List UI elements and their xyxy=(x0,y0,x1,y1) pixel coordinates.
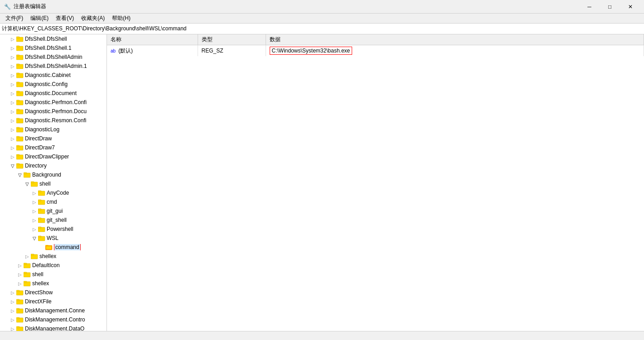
right-pane: 名称 类型 数据 ab (默认) xyxy=(107,34,644,331)
expand-icon-directshow[interactable]: ▷ xyxy=(9,289,16,296)
menu-file[interactable]: 文件(F) xyxy=(2,14,27,23)
tree-item-directdraw[interactable]: ▷ DirectDraw xyxy=(0,134,107,143)
expand-icon-powershell[interactable]: ▷ xyxy=(31,225,38,233)
folder-icon-anycode xyxy=(38,190,45,196)
tree-item-git-gui[interactable]: ▷ git_gui xyxy=(0,206,107,215)
tree-item-directdraw7[interactable]: ▷ DirectDraw7 xyxy=(0,143,107,152)
tree-item-directdrawclipper[interactable]: ▷ DirectDrawClipper xyxy=(0,152,107,161)
expand-icon-directxfile[interactable]: ▷ xyxy=(9,298,16,305)
tree-item-dfsshell[interactable]: ▷ DfsShell.DfsShell xyxy=(0,34,107,43)
tree-item-shell[interactable]: ▽ shell xyxy=(0,179,107,188)
col-header-name[interactable]: 名称 xyxy=(107,34,198,45)
svg-rect-13 xyxy=(16,91,19,92)
col-header-data[interactable]: 数据 xyxy=(266,34,644,45)
tree-item-diag-doc[interactable]: ▷ Diagnostic.Document xyxy=(0,89,107,98)
status-bar xyxy=(0,331,644,340)
expand-icon-shell[interactable]: ▽ xyxy=(24,180,31,187)
expand-icon-dfsshell[interactable]: ▷ xyxy=(9,35,16,43)
tree-label-anycode: AnyCode xyxy=(47,190,69,196)
expand-icon-wsl[interactable]: ▽ xyxy=(31,235,38,242)
tree-scroll[interactable]: ▷ DfsShell.DfsShell ▷ DfsShell.DfsShell.… xyxy=(0,34,107,331)
expand-icon-disk-conn[interactable]: ▷ xyxy=(9,307,16,314)
svg-rect-7 xyxy=(16,64,19,65)
tree-label-dfsshell-admin1: DfsShell.DfsShellAdmin.1 xyxy=(25,63,87,69)
tree-label-dfsshell: DfsShell.DfsShell xyxy=(25,36,67,42)
table-row[interactable]: ab (默认) REG_SZ C:\Windows\System32\bash.… xyxy=(107,45,644,57)
tree-label-diag-cabinet: Diagnostic.Cabinet xyxy=(25,72,71,78)
expand-icon-shellex-bg[interactable]: ▷ xyxy=(24,253,31,260)
expand-icon-dfsshell1[interactable]: ▷ xyxy=(9,44,16,52)
expand-icon-background[interactable]: ▽ xyxy=(16,171,24,178)
tree-item-diag-config[interactable]: ▷ Diagnostic.Config xyxy=(0,80,107,89)
expand-icon-diag-config[interactable]: ▷ xyxy=(9,81,16,88)
tree-item-powershell[interactable]: ▷ Powershell xyxy=(0,225,107,234)
maximize-button[interactable]: □ xyxy=(600,0,620,14)
tree-item-command[interactable]: command xyxy=(0,243,107,252)
close-button[interactable]: ✕ xyxy=(620,0,640,14)
folder-icon-command xyxy=(45,244,53,250)
expand-icon-shell2[interactable]: ▷ xyxy=(16,271,24,278)
expand-icon-disk-ctrl[interactable]: ▷ xyxy=(9,316,16,323)
tree-item-directxfile[interactable]: ▷ DirectXFile xyxy=(0,297,107,306)
menu-view[interactable]: 查看(V) xyxy=(52,14,77,23)
tree-item-shellex2[interactable]: ▷ shellex xyxy=(0,279,107,288)
tree-item-git-shell[interactable]: ▷ git_shell xyxy=(0,215,107,225)
tree-item-disk-ctrl[interactable]: ▷ DiskManagement.Contro xyxy=(0,315,107,324)
expand-icon-diag-perf[interactable]: ▷ xyxy=(9,99,16,106)
col-header-type[interactable]: 类型 xyxy=(198,34,266,45)
expand-icon-git-shell[interactable]: ▷ xyxy=(31,216,38,224)
tree-label-dfsshell1: DfsShell.DfsShell.1 xyxy=(25,45,72,51)
menu-favorites[interactable]: 收藏夹(A) xyxy=(77,14,108,23)
expand-icon-directdrawclipper[interactable]: ▷ xyxy=(9,153,16,160)
expand-icon-diag-res[interactable]: ▷ xyxy=(9,117,16,124)
folder-icon-directshow xyxy=(16,289,24,296)
tree-item-background[interactable]: ▽ Background xyxy=(0,170,107,179)
folder-icon-shellex2 xyxy=(24,280,31,287)
expand-icon-anycode[interactable]: ▷ xyxy=(31,189,38,196)
tree-item-diag-cabinet[interactable]: ▷ Diagnostic.Cabinet xyxy=(0,71,107,80)
tree-item-shell2[interactable]: ▷ shell xyxy=(0,270,107,279)
expand-icon-diag-doc[interactable]: ▷ xyxy=(9,90,16,97)
tree-item-disk-data[interactable]: ▷ DiskManagement.DataO xyxy=(0,324,107,331)
tree-item-anycode[interactable]: ▷ AnyCode xyxy=(0,188,107,197)
expand-icon-diag-perfd[interactable]: ▷ xyxy=(9,108,16,115)
tree-item-diag-perf[interactable]: ▷ Diagnostic.Perfmon.Confi xyxy=(0,98,107,107)
expand-icon-diag-log[interactable]: ▷ xyxy=(9,126,16,133)
tree-item-directshow[interactable]: ▷ DirectShow xyxy=(0,288,107,297)
expand-icon-defaulticon[interactable]: ▷ xyxy=(16,262,24,269)
tree-item-dfsshell1[interactable]: ▷ DfsShell.DfsShell.1 xyxy=(0,43,107,53)
expand-icon-directdraw[interactable]: ▷ xyxy=(9,135,16,142)
svg-rect-66 xyxy=(16,326,19,328)
expand-icon-directdraw7[interactable]: ▷ xyxy=(9,144,16,151)
tree-item-defaulticon[interactable]: ▷ DefaultIcon xyxy=(0,261,107,270)
tree-item-diag-perfd[interactable]: ▷ Diagnostic.Perfmon.Docu xyxy=(0,107,107,116)
expand-icon-disk-data[interactable]: ▷ xyxy=(9,325,16,331)
tree-item-cmd[interactable]: ▷ cmd xyxy=(0,197,107,206)
tree-item-directory[interactable]: ▽ Directory xyxy=(0,161,107,170)
title-bar-left: 🔧 注册表编辑器 xyxy=(4,3,46,10)
expand-icon-dfsshell-admin[interactable]: ▷ xyxy=(9,53,16,61)
expand-icon-directory[interactable]: ▽ xyxy=(9,162,16,169)
folder-icon-directdraw xyxy=(16,135,24,142)
tree-item-wsl[interactable]: ▽ WSL xyxy=(0,234,107,243)
svg-rect-5 xyxy=(16,55,19,56)
expand-icon-diag-cabinet[interactable]: ▷ xyxy=(9,72,16,79)
svg-rect-41 xyxy=(38,218,41,219)
expand-icon-dfsshell-admin1[interactable]: ▷ xyxy=(9,62,16,70)
expand-icon-git-gui[interactable]: ▷ xyxy=(31,207,38,215)
main-content: ▷ DfsShell.DfsShell ▷ DfsShell.DfsShell.… xyxy=(0,34,644,331)
tree-item-diag-res[interactable]: ▷ Diagnostic.Resmon.Confi xyxy=(0,116,107,125)
tree-item-dfsshell-admin1[interactable]: ▷ DfsShell.DfsShellAdmin.1 xyxy=(0,62,107,71)
tree-item-diag-log[interactable]: ▷ DiagnosticLog xyxy=(0,125,107,134)
tree-item-dfsshell-admin[interactable]: ▷ DfsShell.DfsShellAdmin xyxy=(0,53,107,62)
menu-edit[interactable]: 编辑(E) xyxy=(27,14,52,23)
svg-rect-3 xyxy=(16,46,19,47)
minimize-button[interactable]: ─ xyxy=(579,0,600,14)
tree-item-shellex-bg[interactable]: ▷ shellex xyxy=(0,252,107,261)
expand-icon-cmd[interactable]: ▷ xyxy=(31,198,38,206)
expand-icon-shellex2[interactable]: ▷ xyxy=(16,280,24,287)
tree-item-disk-conn[interactable]: ▷ DiskManagement.Conne xyxy=(0,306,107,315)
folder-icon-shell2 xyxy=(24,271,31,278)
svg-rect-9 xyxy=(16,73,19,74)
menu-help[interactable]: 帮助(H) xyxy=(108,14,134,23)
